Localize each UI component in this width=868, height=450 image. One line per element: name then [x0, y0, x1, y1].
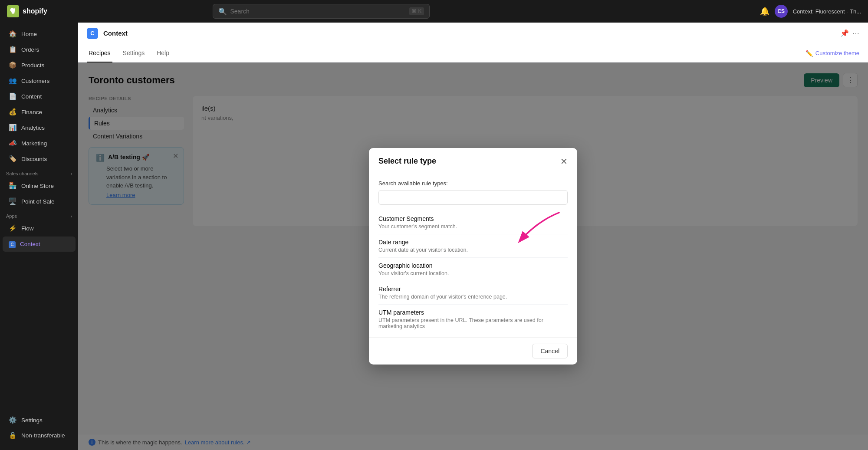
products-icon: 📦	[9, 61, 17, 69]
sidebar-item-content[interactable]: 📄 Content	[3, 89, 76, 104]
app-header-actions: 📌 ⋯	[840, 29, 859, 37]
customize-theme-label: Customize theme	[815, 50, 859, 56]
rule-item-customer-segments[interactable]: Customer Segments Your customer's segmen…	[378, 211, 568, 234]
modal-footer: Cancel	[369, 337, 577, 365]
rule-item-title: Date range	[378, 239, 568, 246]
rule-item-title: Referrer	[378, 286, 568, 292]
app-header-title: Context	[103, 30, 128, 37]
customize-icon: ✏️	[806, 50, 813, 57]
point-of-sale-icon: 🖥️	[9, 197, 17, 205]
sidebar-item-finance[interactable]: 💰 Finance	[3, 105, 76, 119]
sidebar-item-home[interactable]: 🏠 Home	[3, 26, 76, 41]
app-header: C Context 📌 ⋯	[78, 23, 868, 44]
context-app-icon: C	[87, 28, 98, 39]
app-nav: Recipes Settings Help ✏️ Customize theme	[78, 44, 868, 62]
sidebar-item-label: Content	[21, 93, 42, 100]
shopify-logo[interactable]: shopify	[7, 5, 47, 17]
tab-help[interactable]: Help	[155, 44, 171, 62]
orders-icon: 📋	[9, 46, 17, 53]
rule-item-utm-parameters[interactable]: UTM parameters UTM parameters present in…	[378, 305, 568, 334]
customers-icon: 👥	[9, 77, 17, 85]
pin-icon[interactable]: 📌	[840, 29, 849, 37]
marketing-icon: 📣	[9, 139, 17, 147]
rule-item-desc: UTM parameters present in the URL. These…	[378, 317, 568, 329]
sidebar-item-label: Non-transferable	[21, 432, 65, 439]
sidebar-item-orders[interactable]: 📋 Orders	[3, 42, 76, 57]
modal-search-label: Search available rule types:	[378, 180, 568, 187]
rule-item-referrer[interactable]: Referrer The referring domain of your vi…	[378, 281, 568, 305]
modal-search-input[interactable]	[378, 190, 568, 205]
cancel-button[interactable]: Cancel	[532, 344, 568, 358]
tab-settings[interactable]: Settings	[121, 44, 147, 62]
sales-channels-arrow[interactable]: ›	[71, 171, 72, 176]
sidebar-item-label: Context	[20, 241, 40, 247]
sidebar-item-label: Home	[21, 31, 37, 37]
sidebar-item-products[interactable]: 📦 Products	[3, 58, 76, 72]
apps-arrow[interactable]: ›	[71, 214, 72, 219]
content-icon: 📄	[9, 92, 17, 100]
search-input[interactable]	[230, 8, 406, 15]
sidebar-item-label: Finance	[21, 109, 42, 115]
avatar[interactable]: CS	[775, 5, 788, 18]
content-area: C Context 📌 ⋯ Recipes Settings Help ✏️ C…	[78, 23, 868, 450]
sidebar-item-label: Flow	[21, 225, 34, 232]
sidebar: 🏠 Home 📋 Orders 📦 Products 👥 Customers 📄…	[0, 23, 78, 450]
lock-icon: 🔒	[9, 431, 17, 439]
sidebar-item-point-of-sale[interactable]: 🖥️ Point of Sale	[3, 194, 76, 209]
modal-close-button[interactable]: ✕	[560, 157, 568, 166]
sales-channels-section: Sales channels ›	[0, 167, 78, 178]
sidebar-item-label: Settings	[21, 417, 43, 424]
sidebar-item-label: Point of Sale	[21, 198, 55, 205]
online-store-icon: 🏪	[9, 182, 17, 190]
global-search[interactable]: 🔍 ⌘ K	[213, 4, 430, 19]
store-name: Context: Fluorescent - Th...	[793, 8, 861, 15]
topbar-right: 🔔 CS Context: Fluorescent - Th...	[760, 5, 861, 18]
sidebar-item-customers[interactable]: 👥 Customers	[3, 73, 76, 88]
sidebar-item-label: Products	[21, 62, 44, 69]
sidebar-item-label: Online Store	[21, 183, 54, 189]
modal-header: Select rule type ✕	[369, 148, 577, 172]
rule-item-geographic-location[interactable]: Geographic location Your visitor's curre…	[378, 258, 568, 281]
modal-title: Select rule type	[378, 157, 436, 166]
search-icon: 🔍	[218, 7, 227, 16]
rule-item-title: Geographic location	[378, 262, 568, 269]
finance-icon: 💰	[9, 108, 17, 116]
sidebar-item-non-transferable[interactable]: 🔒 Non-transferable	[3, 428, 76, 443]
home-icon: 🏠	[9, 30, 17, 38]
rule-item-desc: Your customer's segment match.	[378, 223, 568, 230]
context-icon: C	[9, 240, 16, 248]
rule-item-title: UTM parameters	[378, 309, 568, 316]
select-rule-type-modal: Select rule type ✕ Search available rule…	[369, 148, 577, 365]
rule-item-desc: Your visitor's current location.	[378, 270, 568, 276]
sidebar-item-discounts[interactable]: 🏷️ Discounts	[3, 151, 76, 166]
sidebar-item-label: Marketing	[21, 140, 47, 147]
sidebar-item-marketing[interactable]: 📣 Marketing	[3, 136, 76, 151]
sidebar-item-label: Customers	[21, 78, 49, 84]
sidebar-item-flow[interactable]: ⚡ Flow	[3, 221, 76, 236]
customize-theme-link[interactable]: ✏️ Customize theme	[806, 50, 859, 57]
rule-item-desc: Current date at your visitor's location.	[378, 247, 568, 253]
analytics-icon: 📊	[9, 124, 17, 131]
sidebar-item-label: Analytics	[21, 125, 45, 131]
notifications-bell-icon[interactable]: 🔔	[760, 7, 769, 16]
rule-item-desc: The referring domain of your visitor's e…	[378, 294, 568, 300]
topbar: shopify 🔍 ⌘ K 🔔 CS Context: Fluorescent …	[0, 0, 868, 23]
settings-icon: ⚙️	[9, 416, 17, 424]
sidebar-item-online-store[interactable]: 🏪 Online Store	[3, 178, 76, 193]
discounts-icon: 🏷️	[9, 155, 17, 163]
shopify-text: shopify	[23, 7, 47, 15]
sidebar-item-label: Orders	[21, 46, 39, 53]
sidebar-item-context[interactable]: C Context	[3, 236, 76, 252]
main-layout: 🏠 Home 📋 Orders 📦 Products 👥 Customers 📄…	[0, 23, 868, 450]
apps-section: Apps ›	[0, 209, 78, 220]
rule-item-title: Customer Segments	[378, 215, 568, 222]
sidebar-item-analytics[interactable]: 📊 Analytics	[3, 120, 76, 135]
search-shortcut: ⌘ K	[409, 7, 424, 15]
sidebar-item-label: Discounts	[21, 156, 47, 162]
rule-item-date-range[interactable]: Date range Current date at your visitor'…	[378, 234, 568, 258]
more-options-icon[interactable]: ⋯	[852, 29, 859, 37]
modal-overlay: Select rule type ✕ Search available rule…	[78, 62, 868, 450]
tab-recipes[interactable]: Recipes	[87, 44, 112, 62]
modal-body: Search available rule types: Customer Se…	[369, 172, 577, 337]
sidebar-item-settings[interactable]: ⚙️ Settings	[3, 413, 76, 427]
